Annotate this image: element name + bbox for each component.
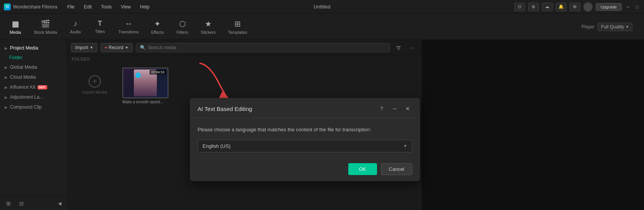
toolbar-filters[interactable]: ⬡ Filters bbox=[171, 17, 194, 37]
hot-badge: HOT bbox=[38, 85, 47, 89]
light-graphic bbox=[135, 73, 141, 78]
menu-help[interactable]: Help bbox=[136, 3, 153, 11]
sidebar: ▶ Project Media Folder ▶ Global Media ▶ … bbox=[0, 40, 67, 210]
layout-btn[interactable]: ⊞ bbox=[528, 3, 539, 11]
avatar-btn[interactable] bbox=[583, 2, 593, 12]
compound-clip-chevron-icon: ▶ bbox=[5, 105, 8, 109]
minimize-button[interactable]: ─ bbox=[625, 4, 631, 10]
import-media-label: Import Media bbox=[82, 90, 107, 94]
toolbar-media[interactable]: ▦ Media bbox=[4, 17, 27, 37]
quality-select[interactable]: Full Quality ▼ bbox=[598, 23, 632, 31]
add-folder-btn[interactable]: ⊞ bbox=[3, 198, 14, 209]
player-controls: Player Full Quality ▼ bbox=[581, 23, 632, 31]
sidebar-item-influence-kit[interactable]: ▶ Influence Kit HOT bbox=[0, 82, 67, 92]
player-label: Player bbox=[581, 24, 595, 30]
adjustment-label: Adjustment La... bbox=[10, 94, 43, 100]
chevron-down-icon: ▶ bbox=[5, 46, 8, 50]
global-media-chevron-icon: ▶ bbox=[5, 65, 8, 69]
stock-media-label: Stock Media bbox=[34, 30, 57, 35]
collapse-sidebar-btn[interactable]: ◀ bbox=[55, 199, 64, 208]
sidebar-item-adjustment[interactable]: ▶ Adjustment La... bbox=[0, 92, 67, 102]
transitions-label: Transitions bbox=[119, 30, 139, 34]
titlebar-right: ⊡ ⊞ ☁ 🔔 ⊞ Upgrade ─ □ bbox=[514, 2, 640, 12]
toolbar-stock-media[interactable]: 🎬 Stock Media bbox=[28, 17, 63, 37]
sidebar-item-project-media[interactable]: ▶ Project Media bbox=[0, 43, 67, 53]
sidebar-folder[interactable]: Folder bbox=[0, 53, 67, 62]
dialog-close-button[interactable]: ✕ bbox=[403, 104, 412, 113]
menu-view[interactable]: View bbox=[117, 3, 135, 11]
remove-btn[interactable]: ⊟ bbox=[16, 198, 27, 209]
import-chevron-icon: ▼ bbox=[90, 46, 93, 50]
ok-button[interactable]: OK bbox=[348, 163, 377, 175]
stickers-label: Stickers bbox=[201, 30, 216, 35]
maximize-button[interactable]: □ bbox=[634, 4, 640, 10]
cancel-button[interactable]: Cancel bbox=[381, 163, 412, 175]
audio-label: Audio bbox=[70, 30, 81, 34]
titles-label: Titles bbox=[95, 29, 105, 34]
folder-section-label: FOLDER bbox=[67, 55, 422, 63]
language-value: English (US) bbox=[203, 143, 231, 149]
dialog-body: Please choose a language that matches th… bbox=[190, 118, 420, 159]
fullscreen-btn[interactable]: ⊡ bbox=[514, 3, 525, 11]
quality-label: Full Quality bbox=[601, 24, 624, 30]
sidebar-item-cloud-media[interactable]: ▶ Cloud Media bbox=[0, 72, 67, 82]
quality-chevron-icon: ▼ bbox=[626, 25, 629, 29]
audio-icon: ♪ bbox=[74, 19, 77, 28]
toolbar-audio[interactable]: ♪ Audio bbox=[64, 17, 87, 36]
window-title: Untitled bbox=[313, 4, 330, 10]
transitions-icon: ↔ bbox=[125, 19, 132, 28]
dialog-help-button[interactable]: ? bbox=[377, 104, 386, 113]
dialog-footer: OK Cancel bbox=[190, 159, 420, 181]
influence-kit-label: Influence Kit bbox=[10, 84, 35, 90]
language-chevron-icon: ▼ bbox=[403, 144, 407, 148]
ai-text-editing-dialog: AI Text Based Editing ? ─ ✕ Please choos… bbox=[190, 98, 420, 181]
stickers-icon: ★ bbox=[205, 19, 212, 28]
cloud-media-label: Cloud Media bbox=[10, 74, 36, 80]
record-circle-icon: ● bbox=[105, 45, 107, 50]
grid-btn[interactable]: ⊞ bbox=[570, 3, 580, 11]
sidebar-item-global-media[interactable]: ▶ Global Media bbox=[0, 62, 67, 72]
search-input[interactable] bbox=[148, 45, 386, 50]
media-item-label: Make a smooth speed... bbox=[122, 100, 168, 104]
more-options-button[interactable]: ··· bbox=[407, 42, 418, 53]
dialog-minimize-button[interactable]: ─ bbox=[390, 104, 399, 113]
project-media-label: Project Media bbox=[10, 45, 38, 51]
adjustment-chevron-icon: ▶ bbox=[5, 95, 8, 99]
toolbar-titles[interactable]: T Titles bbox=[89, 17, 112, 36]
toolbar-templates[interactable]: ⊞ Templates bbox=[222, 17, 252, 37]
toolbar: ▦ Media 🎬 Stock Media ♪ Audio T Titles ↔… bbox=[0, 14, 644, 40]
search-bar[interactable]: 🔍 bbox=[136, 43, 390, 52]
notification-btn[interactable]: 🔔 bbox=[556, 3, 567, 11]
toolbar-stickers[interactable]: ★ Stickers bbox=[195, 17, 221, 37]
record-button[interactable]: ● Record ▼ bbox=[100, 43, 133, 52]
import-media-placeholder[interactable]: + Import Media bbox=[72, 68, 118, 102]
preview-dark bbox=[422, 40, 644, 210]
upgrade-button[interactable]: Upgrade bbox=[596, 3, 622, 11]
menu-tools[interactable]: Tools bbox=[97, 3, 115, 11]
record-label: Record bbox=[109, 45, 124, 50]
language-select[interactable]: English (US) ▼ bbox=[198, 140, 412, 152]
menu-edit[interactable]: Edit bbox=[80, 3, 96, 11]
menu-file[interactable]: File bbox=[63, 3, 78, 11]
cloud-btn[interactable]: ☁ bbox=[542, 3, 553, 11]
import-button[interactable]: Import ▼ bbox=[71, 43, 97, 52]
preview-area bbox=[422, 40, 644, 210]
import-plus-icon: + bbox=[89, 75, 101, 88]
sidebar-item-compound-clip[interactable]: ▶ Compound Clip bbox=[0, 102, 67, 112]
templates-label: Templates bbox=[228, 30, 247, 35]
filters-label: Filters bbox=[176, 30, 188, 35]
influence-kit-chevron-icon: ▶ bbox=[5, 85, 8, 89]
media-item-0[interactable]: 00:04:53 Make a smooth speed... bbox=[122, 68, 168, 104]
effects-icon: ✦ bbox=[154, 19, 161, 28]
filters-icon: ⬡ bbox=[179, 19, 186, 28]
filter-button[interactable] bbox=[393, 42, 404, 53]
compound-clip-label: Compound Clip bbox=[10, 104, 42, 110]
sidebar-bottom: ⊞ ⊟ ◀ bbox=[0, 196, 67, 210]
effects-label: Effects bbox=[151, 30, 164, 35]
app-name: Wondershare Filmora bbox=[13, 4, 57, 10]
toolbar-effects[interactable]: ✦ Effects bbox=[146, 17, 169, 37]
media-icon: ▦ bbox=[12, 19, 19, 28]
toolbar-transitions[interactable]: ↔ Transitions bbox=[113, 17, 144, 36]
app-logo: W Wondershare Filmora bbox=[4, 3, 57, 10]
record-chevron-icon: ▼ bbox=[125, 46, 128, 50]
